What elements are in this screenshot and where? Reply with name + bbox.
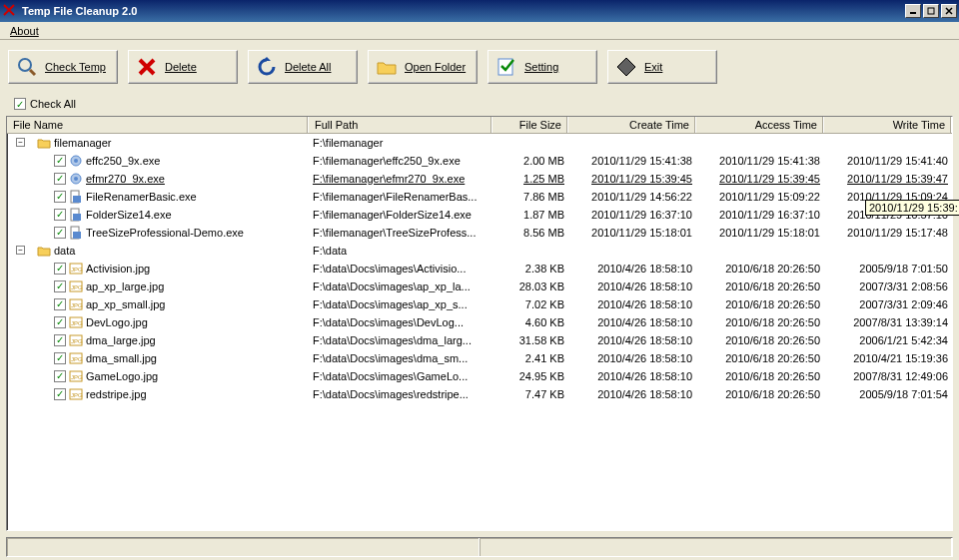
file-atime: 2010/11/29 15:09:22 — [696, 191, 824, 203]
delete-icon — [135, 55, 159, 79]
group-row[interactable]: −filemanager F:\filemanager — [7, 134, 952, 152]
row-checkbox[interactable]: ✓ — [54, 191, 66, 203]
group-row[interactable]: −data F:\data — [7, 242, 952, 260]
file-wtime: 2007/3/31 2:08:56 — [824, 280, 952, 292]
file-size: 1.25 MB — [492, 173, 568, 185]
file-row[interactable]: ✓JPGdma_large.jpg F:\data\Docs\images\dm… — [7, 331, 952, 349]
row-checkbox[interactable]: ✓ — [54, 209, 66, 221]
delete-all-button[interactable]: Delete All — [248, 50, 358, 84]
check-all-label: Check All — [30, 98, 76, 110]
setting-button[interactable]: Setting — [487, 50, 597, 84]
file-name: ap_xp_small.jpg — [86, 298, 166, 310]
file-atime: 2010/11/29 15:18:01 — [696, 227, 824, 239]
file-size: 24.95 KB — [492, 370, 568, 382]
svg-text:JPG: JPG — [71, 320, 83, 326]
file-name: ap_xp_large.jpg — [86, 280, 164, 292]
close-button[interactable] — [941, 4, 957, 18]
file-ctime: 2010/11/29 14:56:22 — [568, 191, 696, 203]
tree-toggle-icon[interactable]: − — [16, 246, 25, 255]
row-checkbox[interactable]: ✓ — [54, 370, 66, 382]
menubar: About — [0, 22, 959, 40]
titlebar: Temp File Cleanup 2.0 — [0, 0, 959, 22]
delete-button[interactable]: Delete — [128, 50, 238, 84]
file-ctime: 2010/4/26 18:58:10 — [568, 352, 696, 364]
svg-text:JPG: JPG — [71, 302, 83, 308]
col-filename[interactable]: File Name — [7, 117, 309, 133]
file-ctime: 2010/4/26 18:58:10 — [568, 263, 696, 275]
file-row[interactable]: ✓JPGap_xp_large.jpg F:\data\Docs\images\… — [7, 278, 952, 295]
file-path: F:\filemanager\FileRenamerBas... — [309, 191, 492, 203]
col-writetime[interactable]: Write Time — [824, 117, 952, 133]
file-row[interactable]: ✓TreeSizeProfessional-Demo.exe F:\filema… — [7, 224, 952, 242]
file-ctime: 2010/4/26 18:58:10 — [568, 316, 696, 328]
row-checkbox[interactable]: ✓ — [54, 298, 66, 310]
file-path: F:\filemanager\effc250_9x.exe — [309, 155, 492, 167]
svg-text:JPG: JPG — [71, 356, 83, 362]
maximize-button[interactable] — [923, 4, 939, 18]
row-checkbox[interactable]: ✓ — [54, 388, 66, 400]
open-folder-button[interactable]: Open Folder — [368, 50, 478, 84]
file-name: efmr270_9x.exe — [86, 173, 165, 185]
file-name: GameLogo.jpg — [86, 370, 158, 382]
file-listview: File Name Full Path File Size Create Tim… — [6, 116, 953, 531]
file-atime: 2010/11/29 15:39:45 — [696, 173, 824, 185]
file-row[interactable]: ✓JPGredstripe.jpg F:\data\Docs\images\re… — [7, 385, 952, 403]
tree-toggle-icon[interactable]: − — [16, 138, 25, 147]
refresh-icon — [255, 55, 279, 79]
row-checkbox[interactable]: ✓ — [54, 334, 66, 346]
col-accesstime[interactable]: Access Time — [696, 117, 824, 133]
row-checkbox[interactable]: ✓ — [54, 263, 66, 275]
listview-body: −filemanager F:\filemanager ✓effc250_9x.… — [7, 134, 952, 529]
check-temp-button[interactable]: Check Temp — [8, 50, 118, 84]
file-path: F:\filemanager\TreeSizeProfess... — [309, 227, 492, 239]
file-path: F:\data\Docs\images\dma_sm... — [309, 352, 492, 364]
exit-button[interactable]: Exit — [607, 50, 717, 84]
row-checkbox[interactable]: ✓ — [54, 352, 66, 364]
file-row[interactable]: ✓FolderSize14.exe F:\filemanager\FolderS… — [7, 206, 952, 224]
svg-text:JPG: JPG — [71, 374, 83, 380]
col-fullpath[interactable]: Full Path — [309, 117, 492, 133]
menu-about[interactable]: About — [4, 23, 45, 39]
file-row[interactable]: ✓efmr270_9x.exe F:\filemanager\efmr270_9… — [7, 170, 952, 188]
col-createtime[interactable]: Create Time — [568, 117, 696, 133]
file-atime: 2010/11/29 16:37:10 — [696, 209, 824, 221]
file-row[interactable]: ✓JPGActivision.jpg F:\data\Docs\images\A… — [7, 260, 952, 278]
file-wtime: 2010/11/29 15:17:48 — [824, 227, 952, 239]
minimize-button[interactable] — [905, 4, 921, 18]
file-row[interactable]: ✓JPGdma_small.jpg F:\data\Docs\images\dm… — [7, 349, 952, 367]
file-path: F:\data\Docs\images\dma_larg... — [309, 334, 492, 346]
file-ctime: 2010/11/29 15:39:45 — [568, 173, 696, 185]
file-size: 31.58 KB — [492, 334, 568, 346]
svg-point-8 — [74, 177, 78, 181]
file-atime: 2010/6/18 20:26:50 — [696, 334, 824, 346]
svg-rect-14 — [73, 232, 81, 239]
file-atime: 2010/11/29 15:41:38 — [696, 155, 824, 167]
row-checkbox[interactable]: ✓ — [54, 316, 66, 328]
file-name: DevLogo.jpg — [86, 316, 148, 328]
svg-text:JPG: JPG — [71, 267, 83, 273]
file-row[interactable]: ✓JPGDevLogo.jpg F:\data\Docs\images\DevL… — [7, 313, 952, 331]
svg-point-2 — [19, 59, 31, 71]
row-checkbox[interactable]: ✓ — [54, 227, 66, 239]
svg-point-6 — [74, 159, 78, 163]
file-row[interactable]: ✓JPGGameLogo.jpg F:\data\Docs\images\Gam… — [7, 367, 952, 385]
file-size: 1.87 MB — [492, 209, 568, 221]
window-title: Temp File Cleanup 2.0 — [22, 5, 903, 17]
file-row[interactable]: ✓effc250_9x.exe F:\filemanager\effc250_9… — [7, 152, 952, 170]
file-atime: 2010/6/18 20:26:50 — [696, 388, 824, 400]
col-filesize[interactable]: File Size — [492, 117, 568, 133]
file-ctime: 2010/4/26 18:58:10 — [568, 334, 696, 346]
row-checkbox[interactable]: ✓ — [54, 155, 66, 167]
file-ctime: 2010/11/29 15:18:01 — [568, 227, 696, 239]
setting-icon — [494, 55, 518, 79]
file-path: F:\data\Docs\images\GameLo... — [309, 370, 492, 382]
file-ctime: 2010/4/26 18:58:10 — [568, 370, 696, 382]
file-path: F:\data\Docs\images\ap_xp_la... — [309, 280, 492, 292]
svg-rect-4 — [498, 59, 512, 75]
check-all-checkbox[interactable]: ✓ — [14, 98, 26, 110]
row-checkbox[interactable]: ✓ — [54, 173, 66, 185]
file-row[interactable]: ✓JPGap_xp_small.jpg F:\data\Docs\images\… — [7, 295, 952, 313]
exit-icon — [614, 55, 638, 79]
row-checkbox[interactable]: ✓ — [54, 280, 66, 292]
file-row[interactable]: ✓FileRenamerBasic.exe F:\filemanager\Fil… — [7, 188, 952, 206]
